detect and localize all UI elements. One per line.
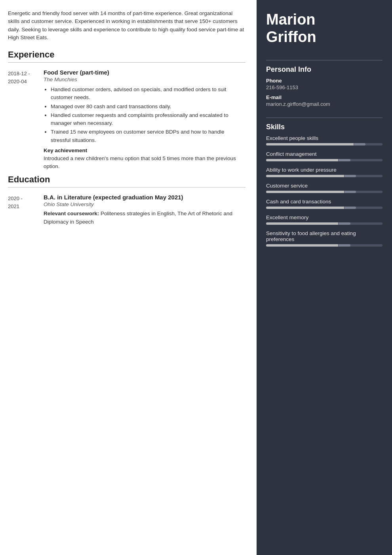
- skill-item: Cash and card transactions: [266, 199, 382, 209]
- experience-item: 2018-12 - 2020-04Food Server (part-time)…: [8, 69, 245, 170]
- education-container: 2020 - 2021B.A. in Literature (expected …: [8, 194, 245, 226]
- last-name: Griffon: [266, 29, 316, 45]
- education-date: 2020 - 2021: [8, 194, 44, 226]
- skill-bar-accent: [339, 222, 350, 225]
- skill-bar-container: [266, 222, 382, 225]
- skill-bar-accent: [344, 175, 356, 177]
- skill-item: Ability to work under pressure: [266, 167, 382, 177]
- education-divider: [8, 187, 245, 188]
- name-area: Marion Griffon: [257, 0, 392, 54]
- skill-bar-accent: [339, 244, 350, 247]
- phone-value: 216-596-1153: [266, 84, 382, 90]
- skill-bar-filled: [266, 222, 338, 225]
- experience-divider: [8, 62, 245, 63]
- skill-item: Excellent memory: [266, 214, 382, 225]
- skill-name: Cash and card transactions: [266, 199, 382, 205]
- skill-bar-container: [266, 207, 382, 209]
- coursework-text: Relevant coursework: Politeness strategi…: [44, 210, 245, 226]
- email-label: E-mail: [266, 94, 382, 100]
- skill-bar-container: [266, 244, 382, 247]
- job-title: Food Server (part-time): [44, 69, 245, 76]
- skill-bar-accent: [344, 191, 356, 193]
- skill-bar-filled: [266, 207, 344, 209]
- skill-bar-filled: [266, 175, 344, 177]
- bullet-item: Handled customer requests and complaints…: [51, 111, 245, 128]
- email-value: marion.z.girffon@gmail.com: [266, 101, 382, 107]
- skill-item: Conflict management: [266, 151, 382, 161]
- skill-bar-filled: [266, 191, 344, 193]
- skill-name: Customer service: [266, 183, 382, 189]
- right-panel: Marion Griffon Personal Info Phone 216-5…: [257, 0, 392, 555]
- experience-section-title: Experience: [8, 50, 245, 60]
- skill-bar-container: [266, 159, 382, 161]
- skill-bar-accent: [339, 159, 350, 161]
- skill-name: Excellent people skills: [266, 135, 382, 141]
- skill-name: Excellent memory: [266, 214, 382, 220]
- education-item: 2020 - 2021B.A. in Literature (expected …: [8, 194, 245, 226]
- skill-item: Excellent people skills: [266, 135, 382, 145]
- key-achievement-label: Key achievement: [44, 147, 245, 153]
- skill-bar-accent: [344, 207, 356, 209]
- phone-label: Phone: [266, 78, 382, 84]
- summary-text: Energetic and friendly food server with …: [8, 10, 245, 42]
- left-panel: Energetic and friendly food server with …: [0, 0, 257, 555]
- experience-container: 2018-12 - 2020-04Food Server (part-time)…: [8, 69, 245, 170]
- company-name: The Munchies: [44, 77, 245, 82]
- skill-item: Customer service: [266, 183, 382, 193]
- bullet-item: Handled customer orders, advised on spec…: [51, 86, 245, 102]
- education-section-title: Education: [8, 174, 245, 185]
- institution-name: Ohio State University: [44, 201, 245, 207]
- bullet-item: Trained 15 new employees on customer ser…: [51, 128, 245, 144]
- bullet-list: Handled customer orders, advised on spec…: [44, 86, 245, 144]
- degree-title: B.A. in Literature (expected graduation …: [44, 194, 245, 201]
- education-content: B.A. in Literature (expected graduation …: [44, 194, 245, 226]
- skill-name: Ability to work under pressure: [266, 167, 382, 173]
- skill-bar-container: [266, 191, 382, 193]
- skill-bar-filled: [266, 159, 338, 161]
- skills-title: Skills: [266, 117, 382, 131]
- key-achievement-text: Introduced a new children's menu option …: [44, 155, 245, 171]
- skills-container: Excellent people skillsConflict manageme…: [266, 135, 382, 247]
- bullet-item: Managed over 80 cash and card transactio…: [51, 103, 245, 111]
- skill-bar-container: [266, 175, 382, 177]
- skill-name: Conflict management: [266, 151, 382, 157]
- skill-bar-filled: [266, 244, 338, 247]
- skills-section: Skills Excellent people skillsConflict m…: [257, 111, 392, 247]
- first-name: Marion: [266, 11, 316, 28]
- experience-content: Food Server (part-time)The MunchiesHandl…: [44, 69, 245, 170]
- skill-bar-accent: [354, 143, 365, 145]
- candidate-name: Marion Griffon: [266, 11, 382, 46]
- skill-bar-filled: [266, 143, 354, 145]
- skill-item: Sensitivity to food allergies and eating…: [266, 230, 382, 247]
- experience-date: 2018-12 - 2020-04: [8, 69, 44, 170]
- personal-info-title: Personal Info: [266, 60, 382, 74]
- personal-info-section: Personal Info Phone 216-596-1153 E-mail …: [257, 54, 392, 107]
- skill-bar-container: [266, 143, 382, 145]
- skill-name: Sensitivity to food allergies and eating…: [266, 230, 382, 242]
